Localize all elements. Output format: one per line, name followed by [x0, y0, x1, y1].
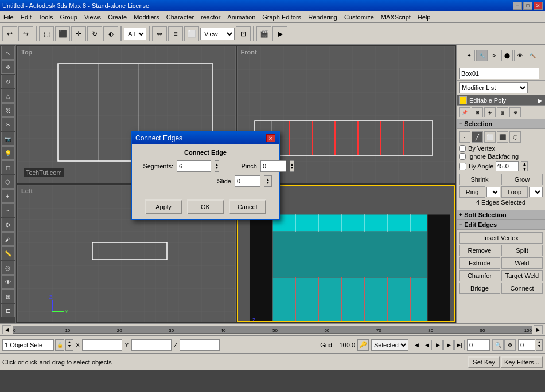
- pinch-input[interactable]: [260, 160, 286, 172]
- loop-select[interactable]: ▼: [529, 187, 543, 197]
- by-vertex-checkbox[interactable]: [459, 145, 466, 152]
- connect-button[interactable]: Connect: [501, 283, 543, 294]
- tool-align-extra[interactable]: ⊏: [1, 304, 15, 317]
- tool-helpers[interactable]: +: [1, 189, 15, 203]
- menu-animation[interactable]: Animation: [224, 13, 259, 22]
- edge-select-icon[interactable]: ╱: [472, 131, 483, 143]
- ignore-backfacing-checkbox[interactable]: [459, 153, 466, 160]
- undo-button[interactable]: ↩: [2, 26, 17, 41]
- remove-modifier-btn[interactable]: 🗑: [497, 107, 508, 117]
- minimize-button[interactable]: −: [513, 2, 522, 10]
- next-frame-btn[interactable]: ▶: [534, 325, 543, 334]
- make-unique-btn[interactable]: ◈: [484, 107, 496, 117]
- menu-views[interactable]: Views: [81, 13, 104, 22]
- menu-graph-editors[interactable]: Graph Editors: [259, 13, 305, 22]
- modifier-list-select[interactable]: Modifier List: [459, 82, 528, 93]
- hierarchy-panel-btn[interactable]: ⊳: [489, 50, 500, 61]
- tool-tape[interactable]: 📏: [1, 246, 15, 260]
- render-setup-button[interactable]: 🎬: [256, 26, 271, 41]
- tool-display[interactable]: 👁: [1, 275, 15, 289]
- z-input[interactable]: [180, 339, 220, 351]
- frame-counter[interactable]: [467, 339, 490, 351]
- mini-number-input[interactable]: [518, 339, 535, 351]
- by-angle-input[interactable]: [496, 161, 519, 171]
- config-btn[interactable]: ⚙: [504, 339, 516, 351]
- mini-number-spinner[interactable]: ▲▼: [536, 339, 543, 351]
- key-filters-button[interactable]: Key Filters...: [501, 356, 543, 368]
- object-name-input[interactable]: [459, 68, 539, 79]
- ring-select[interactable]: ▼: [486, 187, 500, 197]
- menu-group[interactable]: Group: [56, 13, 81, 22]
- zoom-extents-button[interactable]: ⊡: [236, 26, 251, 41]
- tool-snap[interactable]: ⊞: [1, 289, 15, 303]
- tool-move[interactable]: ✛: [1, 60, 15, 74]
- layer-button[interactable]: ⬜: [184, 26, 199, 41]
- menu-tools[interactable]: Tools: [35, 13, 57, 22]
- tool-rotate[interactable]: ↻: [1, 75, 15, 88]
- title-bar-buttons[interactable]: − □ ✕: [513, 2, 543, 10]
- tool-camera[interactable]: 📷: [1, 132, 15, 146]
- slide-input[interactable]: [235, 175, 260, 187]
- align-button[interactable]: ≡: [168, 26, 183, 41]
- menu-maxscript[interactable]: MAXScript: [377, 13, 414, 22]
- select-region-button[interactable]: ⬛: [55, 26, 70, 41]
- object-counter-spinner[interactable]: ▲▼: [65, 339, 73, 351]
- redo-button[interactable]: ↪: [18, 26, 33, 41]
- dialog-title-bar[interactable]: Connect Edges ✕: [132, 132, 279, 144]
- close-button[interactable]: ✕: [534, 2, 543, 10]
- by-angle-spinner[interactable]: ▲▼: [521, 161, 528, 171]
- utility-panel-btn[interactable]: 🔨: [527, 50, 538, 61]
- split-button[interactable]: Split: [501, 245, 543, 256]
- tool-light[interactable]: 💡: [1, 146, 15, 160]
- segments-input[interactable]: [177, 160, 211, 172]
- segments-spinner[interactable]: ▲▼: [215, 160, 219, 172]
- ok-button[interactable]: OK: [187, 199, 224, 214]
- cancel-button[interactable]: Cancel: [229, 199, 266, 214]
- remove-button[interactable]: Remove: [459, 245, 500, 256]
- ring-button[interactable]: Ring: [459, 186, 485, 198]
- dialog-close-button[interactable]: ✕: [266, 134, 275, 142]
- render-button[interactable]: ▶: [272, 26, 287, 41]
- mirror-button[interactable]: ⇔: [152, 26, 167, 41]
- menu-customize[interactable]: Customize: [341, 13, 377, 22]
- element-select-icon[interactable]: ⬡: [509, 131, 521, 143]
- target-weld-button[interactable]: Target Weld: [501, 270, 543, 281]
- border-select-icon[interactable]: ⬜: [484, 131, 496, 143]
- menu-file[interactable]: File: [0, 13, 17, 22]
- search-btn[interactable]: 🔍: [492, 339, 504, 351]
- filter-select[interactable]: All: [124, 28, 146, 40]
- pin-stack-btn[interactable]: 📌: [459, 107, 470, 117]
- view-select[interactable]: View: [200, 28, 235, 40]
- maximize-button[interactable]: □: [523, 2, 532, 10]
- play-btn[interactable]: ▶: [433, 340, 443, 350]
- tool-systems[interactable]: ⚙: [1, 218, 15, 232]
- create-panel-btn[interactable]: ✦: [464, 50, 475, 61]
- menu-modifiers[interactable]: Modifiers: [130, 13, 163, 22]
- rotate-button[interactable]: ↻: [87, 26, 102, 41]
- show-end-result-btn[interactable]: ⊞: [472, 107, 483, 117]
- weld-button[interactable]: Weld: [501, 257, 543, 269]
- tool-select[interactable]: ↖: [1, 46, 15, 60]
- selection-section-header[interactable]: − Selection: [457, 119, 545, 129]
- loop-button[interactable]: Loop: [501, 186, 528, 198]
- timeline-slider[interactable]: 0 10 20 30 40 50 60 70 80 90 100: [13, 326, 532, 334]
- set-key-button[interactable]: Set Key: [468, 356, 500, 368]
- chamfer-button[interactable]: Chamfer: [459, 270, 500, 281]
- selected-dropdown[interactable]: Selected: [371, 339, 408, 351]
- soft-selection-section-header[interactable]: + Soft Selection: [457, 210, 545, 220]
- tool-shape[interactable]: ◻: [1, 160, 15, 174]
- x-input[interactable]: [82, 339, 122, 351]
- menu-rendering[interactable]: Rendering: [305, 13, 341, 22]
- tool-space-warps[interactable]: ~: [1, 203, 15, 217]
- tool-paint[interactable]: 🖌: [1, 232, 15, 246]
- shrink-button[interactable]: Shrink: [459, 174, 500, 185]
- grow-button[interactable]: Grow: [501, 174, 543, 185]
- object-select-input[interactable]: [2, 339, 54, 351]
- bridge-button[interactable]: Bridge: [459, 283, 500, 294]
- menu-reactor[interactable]: reactor: [197, 13, 224, 22]
- by-angle-checkbox[interactable]: [459, 163, 466, 170]
- slide-spinner[interactable]: ▲▼: [264, 175, 272, 187]
- go-start-btn[interactable]: |◀: [411, 340, 421, 350]
- next-frame-ctrl-btn[interactable]: ▶: [443, 340, 454, 350]
- menu-create[interactable]: Create: [104, 13, 130, 22]
